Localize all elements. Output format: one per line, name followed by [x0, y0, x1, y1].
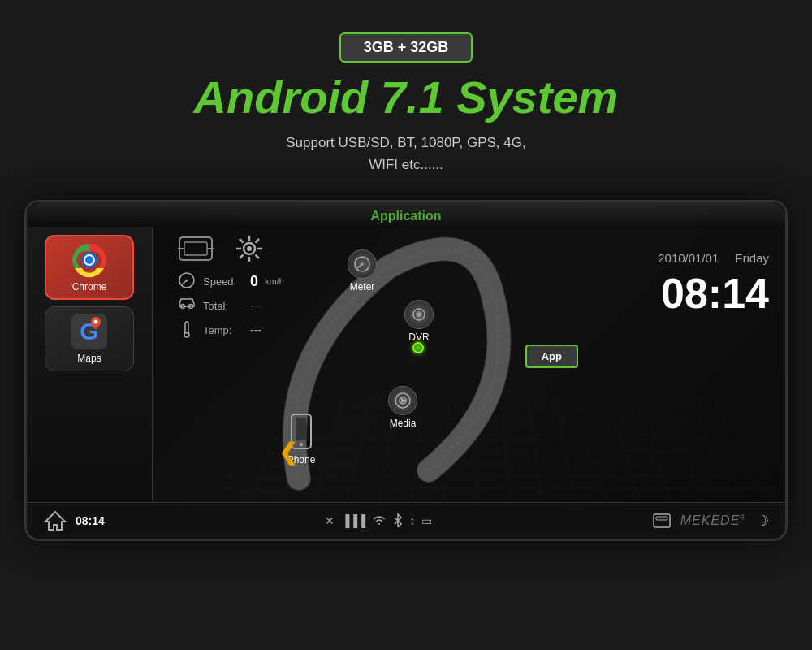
storage-badge: 3GB + 32GB: [339, 32, 473, 63]
time-display: 08:14: [658, 269, 769, 318]
dashboard-area: Speed: 0 km/h: [153, 227, 785, 502]
dvr-label: DVR: [408, 332, 429, 343]
day-text: Friday: [735, 251, 769, 265]
media-icon: [388, 386, 417, 415]
home-icon: [44, 510, 67, 531]
bottom-bar: 08:14 ✕ ▐▐▐ ↕: [27, 502, 785, 539]
app-title-bar: Application: [27, 202, 785, 227]
svg-line-18: [240, 239, 244, 243]
signal-icon: ▐▐▐: [341, 514, 365, 527]
svg-point-32: [417, 313, 421, 316]
svg-line-21: [240, 255, 244, 259]
car-icon-row: [177, 233, 268, 264]
datetime-section: 2010/01/01 Friday 08:14: [658, 251, 769, 318]
chrome-app-icon[interactable]: Chrome: [45, 235, 134, 300]
svg-point-23: [186, 280, 188, 282]
svg-rect-26: [185, 322, 188, 333]
steering-icon-area: [177, 233, 214, 264]
svg-point-3: [85, 256, 93, 264]
app-title-text: Application: [370, 209, 441, 223]
back-button[interactable]: ❮: [279, 439, 297, 466]
speedometer-icon: [177, 271, 197, 291]
speed-value: 0: [250, 273, 258, 290]
speed-unit: km/h: [265, 276, 284, 286]
status-icons: ✕ ▐▐▐ ↕ ▭: [325, 513, 432, 530]
temp-value: ---: [250, 323, 261, 336]
media-menu-item[interactable]: Media: [388, 386, 417, 429]
subtitle: Support USB/SD, BT, 1080P, GPS, 4G, WIFI…: [286, 132, 525, 176]
mekede-logo: MEKEDE®: [680, 514, 746, 528]
meter-icon: [348, 249, 377, 279]
antenna-icon: ↕: [409, 514, 415, 527]
gear-icon-area[interactable]: [231, 233, 268, 264]
thermometer-icon: [177, 320, 197, 340]
speed-row: Speed: 0 km/h: [177, 271, 284, 291]
wifi-icon: [372, 514, 387, 528]
battery-icon: ▭: [421, 514, 432, 527]
svg-line-20: [256, 239, 260, 243]
night-mode-icon[interactable]: ☽: [756, 512, 769, 530]
dvr-icon: [404, 300, 434, 329]
temp-row: Temp: ---: [177, 320, 284, 340]
maps-app-icon[interactable]: G Maps: [45, 306, 134, 371]
top-section: 3GB + 32GB Android 7.1 System Support US…: [0, 0, 812, 192]
meter-label: Meter: [350, 281, 375, 292]
chrome-icon: [71, 242, 107, 278]
close-icon: ✕: [325, 514, 335, 527]
bluetooth-icon: [393, 513, 403, 530]
meter-menu-item[interactable]: Meter: [348, 249, 377, 292]
subtitle-line1: Support USB/SD, BT, 1080P, GPS, 4G,: [286, 132, 525, 154]
maps-icon: G: [71, 314, 107, 349]
chrome-app-label: Chrome: [72, 281, 107, 292]
main-content: Chrome G Maps: [27, 227, 785, 502]
home-button[interactable]: [43, 509, 67, 533]
dvr-menu-item[interactable]: DVR: [404, 300, 434, 343]
svg-point-38: [300, 443, 303, 446]
app-button[interactable]: App: [525, 344, 578, 368]
steering-icon: [178, 234, 214, 263]
svg-rect-9: [184, 242, 207, 255]
svg-line-19: [256, 255, 260, 259]
date-text: 2010/01/01: [658, 251, 719, 265]
speed-label: Speed:: [203, 275, 244, 288]
date-row: 2010/01/01 Friday: [658, 251, 769, 265]
total-value: ---: [250, 299, 261, 312]
temp-label: Temp:: [203, 324, 244, 336]
total-row: Total: ---: [177, 296, 284, 315]
window-icon: [653, 514, 671, 528]
bottom-time: 08:14: [76, 514, 105, 527]
screen-inner: Application Chr: [27, 202, 785, 539]
svg-rect-37: [296, 418, 306, 440]
back-arrow-icon: ❮: [279, 440, 297, 465]
total-label: Total:: [203, 300, 244, 312]
screen-wrapper: Application Chr: [24, 200, 788, 541]
arc-active-dot: [412, 342, 424, 353]
bottom-left: 08:14: [43, 509, 105, 533]
svg-rect-39: [654, 514, 670, 527]
subtitle-line2: WIFI etc......: [286, 154, 525, 176]
svg-point-7: [94, 320, 98, 324]
left-sidebar: Chrome G Maps: [27, 227, 153, 502]
svg-point-29: [361, 263, 364, 266]
main-title: Android 7.1 System: [194, 71, 619, 124]
gear-icon: [235, 234, 264, 263]
media-label: Media: [390, 418, 417, 429]
svg-point-13: [247, 246, 252, 251]
dashboard-overlay: Speed: 0 km/h: [153, 227, 785, 502]
car-small-icon: [177, 296, 197, 315]
bottom-right: MEKEDE® ☽: [653, 512, 769, 530]
speed-section: Speed: 0 km/h: [177, 271, 284, 344]
svg-rect-40: [656, 517, 667, 520]
reg-mark: ®: [740, 514, 746, 522]
maps-app-label: Maps: [77, 353, 101, 364]
